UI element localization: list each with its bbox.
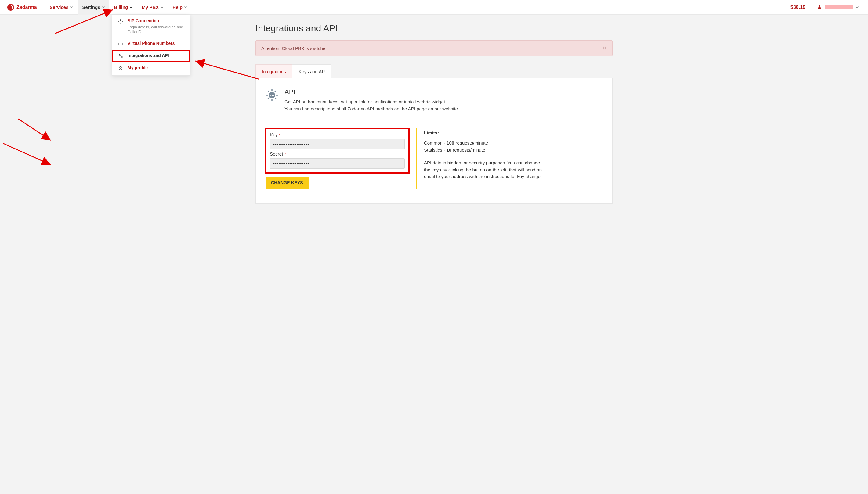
chevron-down-icon — [160, 6, 163, 8]
svg-line-17 — [18, 119, 51, 140]
brand-name: Zadarma — [17, 4, 37, 10]
tab-keys-and-api[interactable]: Keys and AP — [292, 64, 331, 78]
nav-mypbx[interactable]: My PBX — [137, 0, 167, 15]
dropdown-my-profile[interactable]: My profile — [112, 62, 190, 74]
svg-rect-8 — [266, 95, 268, 96]
api-desc-line2: You can find descriptions of all Zadarma… — [285, 106, 458, 113]
alert-close-icon[interactable]: ✕ — [602, 45, 607, 52]
tab-bar: Integrations Keys and AP — [255, 64, 613, 78]
user-icon — [817, 4, 822, 11]
chevron-down-icon — [856, 6, 859, 8]
profile-icon — [118, 65, 123, 71]
svg-rect-6 — [271, 89, 273, 92]
chevron-down-icon — [129, 6, 132, 8]
nav-billing-label: Billing — [114, 4, 128, 10]
logo-icon — [7, 4, 14, 11]
dropdown-virtual-title: Virtual Phone Numbers — [128, 41, 175, 47]
user-menu[interactable] — [811, 3, 861, 12]
page-title: Integrations and API — [255, 15, 613, 40]
nav-settings-label: Settings — [82, 4, 100, 10]
svg-line-16 — [195, 61, 259, 79]
svg-rect-12 — [274, 91, 276, 92]
key-input[interactable] — [270, 139, 405, 149]
nav-services-label: Services — [50, 4, 69, 10]
dropdown-sip-title: SIP Connection — [128, 18, 184, 24]
tab-integrations[interactable]: Integrations — [255, 64, 292, 78]
key-field-label: Key * — [270, 132, 405, 137]
svg-rect-13 — [268, 97, 270, 99]
brand-logo[interactable]: Zadarma — [7, 4, 37, 11]
svg-rect-7 — [271, 99, 273, 101]
settings-dropdown: SIP Connection Login details, call forwa… — [112, 15, 190, 76]
phone-icon — [118, 41, 123, 47]
alert-text: Attention! Cloud PBX is switche — [261, 46, 325, 51]
nav-billing[interactable]: Billing — [110, 0, 137, 15]
svg-line-18 — [3, 143, 51, 165]
secret-field-label: Secret * — [270, 151, 405, 156]
change-keys-button[interactable]: CHANGE KEYS — [266, 176, 309, 189]
chevron-down-icon — [184, 6, 187, 8]
api-desc-line1: Get API authorization keys, set up a lin… — [285, 98, 458, 106]
dropdown-virtual-numbers[interactable]: Virtual Phone Numbers — [112, 38, 190, 50]
limits-note: API data is hidden for security purposes… — [424, 159, 544, 180]
limits-common: Common - 100 requests/minute — [424, 140, 544, 147]
chevron-down-icon — [70, 6, 73, 8]
dropdown-profile-title: My profile — [128, 65, 148, 71]
required-asterisk: * — [285, 151, 286, 156]
required-asterisk: * — [279, 132, 281, 137]
limits-stats: Statistics - 10 requests/minute — [424, 147, 544, 154]
limits-panel: Limits: Common - 100 requests/minute Sta… — [416, 128, 544, 189]
top-nav-bar: Zadarma Services Settings Billing My PBX… — [0, 0, 868, 15]
svg-text:API: API — [270, 94, 274, 97]
svg-point-0 — [818, 5, 820, 7]
api-section-title: API — [285, 88, 458, 96]
alert-banner: Attention! Cloud PBX is switche ✕ — [255, 40, 613, 56]
svg-point-3 — [121, 56, 123, 58]
nav-mypbx-label: My PBX — [142, 4, 159, 10]
svg-point-4 — [120, 66, 122, 68]
dropdown-sip-connection[interactable]: SIP Connection Login details, call forwa… — [112, 15, 190, 38]
dropdown-integrations-title: Integrations and API — [128, 53, 169, 59]
svg-rect-10 — [268, 91, 270, 92]
svg-point-1 — [120, 21, 122, 22]
limits-title: Limits: — [424, 130, 544, 135]
dropdown-integrations-api[interactable]: Integrations and API — [112, 50, 190, 62]
divider — [266, 120, 602, 120]
cogs-icon — [118, 53, 123, 59]
svg-rect-11 — [274, 97, 276, 99]
api-gear-icon: API — [266, 89, 278, 101]
nav-settings[interactable]: Settings — [78, 0, 109, 15]
user-name-redacted — [825, 5, 853, 10]
svg-rect-9 — [276, 95, 278, 96]
nav-help-label: Help — [173, 4, 182, 10]
main-panel: API API Get API authorization keys, set … — [255, 78, 613, 204]
secret-input[interactable] — [270, 158, 405, 169]
account-balance[interactable]: $30.19 — [785, 4, 811, 10]
gear-icon — [118, 19, 123, 24]
chevron-down-icon — [102, 6, 105, 8]
nav-services[interactable]: Services — [46, 0, 77, 15]
dropdown-sip-sub: Login details, call forwarding and Calle… — [128, 25, 184, 35]
nav-help[interactable]: Help — [168, 0, 192, 15]
svg-point-2 — [119, 55, 121, 56]
api-keys-form: Key * Secret * — [266, 128, 409, 173]
